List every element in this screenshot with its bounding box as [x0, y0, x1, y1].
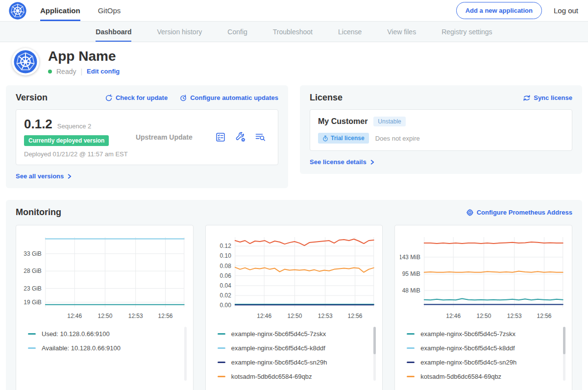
preflight-checks-icon[interactable] [215, 132, 226, 143]
svg-text:33 GiB: 33 GiB [24, 250, 42, 257]
configure-prometheus-button[interactable]: Configure Prometheus Address [466, 209, 572, 217]
chart-title: Disk Usage [21, 386, 188, 390]
memory-usage-legend: example-nginx-5bc6f5d4c5-7zskx example-n… [400, 326, 567, 385]
version-card-title: Version [16, 93, 48, 103]
svg-text:12:46: 12:46 [446, 313, 461, 319]
series-color-dash [407, 362, 415, 363]
disk-usage-legend: Used: 10.128.0.66:9100 Available: 10.128… [21, 326, 188, 385]
tab-application[interactable]: Application [40, 0, 80, 21]
page-title: App Name [48, 49, 120, 64]
customer-name: My Customer [318, 117, 368, 126]
svg-text:12:56: 12:56 [537, 313, 552, 319]
add-application-button[interactable]: Add a new application [456, 2, 542, 19]
svg-text:12:50: 12:50 [477, 313, 491, 319]
svg-text:23 GiB: 23 GiB [24, 285, 42, 292]
version-sequence: Sequence 2 [57, 122, 91, 130]
memory-usage-chart-card: 143 MiB95 MiB48 MiB12:4612:5012:5312:56 … [394, 225, 572, 390]
disk-usage-chart-card: 33 GiB28 GiB23 GiB19 GiB12:4612:5012:531… [16, 225, 194, 390]
license-card: License Sync license My Customer Unstabl… [300, 85, 582, 174]
clock-refresh-icon [179, 94, 187, 102]
sync-icon [523, 95, 531, 101]
tab-view-files[interactable]: View files [387, 22, 416, 42]
disk-usage-plot: 33 GiB28 GiB23 GiB19 GiB12:4612:5012:531… [21, 230, 188, 322]
kubernetes-logo-icon[interactable] [9, 2, 26, 20]
dashboard-content: Version Check for update [0, 84, 588, 390]
svg-text:12:46: 12:46 [67, 313, 82, 319]
tab-gitops[interactable]: GitOps [98, 0, 121, 21]
legend-item-disk-used[interactable]: Used: 10.128.0.66:9100 [28, 327, 179, 341]
series-color-dash [218, 362, 225, 363]
see-all-versions-link[interactable]: See all versions [16, 172, 72, 180]
tab-version-history[interactable]: Version history [157, 22, 202, 42]
series-color-dash [407, 376, 415, 377]
svg-text:0.10: 0.10 [220, 252, 231, 259]
gear-icon [466, 209, 474, 217]
tab-troubleshoot[interactable]: Troubleshoot [273, 22, 313, 42]
svg-text:0.12: 0.12 [220, 243, 231, 249]
version-card: Version Check for update [6, 85, 288, 188]
license-card-title: License [310, 93, 343, 103]
scrollbar-thumb[interactable] [373, 327, 376, 354]
chart-title: CPU Usage [211, 386, 378, 390]
divider: | [80, 68, 82, 75]
svg-text:0.04: 0.04 [220, 282, 231, 289]
series-color-dash [407, 347, 415, 349]
config-wrench-icon[interactable] [235, 132, 246, 143]
legend-item-pod[interactable]: example-nginx-5bc6f5d4c5-k8ddf [218, 341, 369, 355]
series-color-dash [218, 347, 225, 349]
legend-scrollbar[interactable] [373, 327, 376, 381]
legend-item-pod[interactable]: example-nginx-5bc6f5d4c5-sn29h [407, 355, 558, 369]
svg-text:12:53: 12:53 [128, 313, 143, 319]
sync-license-button[interactable]: Sync license [523, 94, 572, 101]
current-version-panel: 0.1.2 Sequence 2 Currently deployed vers… [16, 109, 278, 165]
svg-text:12:46: 12:46 [257, 313, 271, 319]
cpu-usage-chart-card: 0.120.100.080.060.040.020.0012:4612:5012… [205, 225, 383, 390]
tab-config[interactable]: Config [227, 22, 247, 42]
deployed-timestamp: Deployed 01/21/22 @ 11:57 am EST [24, 150, 128, 158]
edit-config-link[interactable]: Edit config [87, 68, 120, 75]
legend-item-pod[interactable]: example-nginx-5bc6f5d4c5-7zskx [218, 327, 369, 341]
legend-item-pod[interactable]: example-nginx-5bc6f5d4c5-7zskx [407, 327, 558, 341]
refresh-icon [105, 94, 113, 102]
app-status-text: Ready [56, 68, 76, 75]
ready-status-dot [48, 70, 52, 73]
version-source-label: Upstream Update [136, 133, 207, 141]
top-navbar: Application GitOps Add a new application… [0, 0, 588, 22]
svg-text:0.00: 0.00 [220, 302, 231, 309]
deployed-badge: Currently deployed version [24, 135, 109, 146]
legend-scrollbar[interactable] [184, 327, 187, 381]
logout-link[interactable]: Log out [554, 6, 578, 15]
legend-item-pod[interactable]: kotsadm-5db6dc6584-69qbz [407, 369, 558, 384]
tab-dashboard[interactable]: Dashboard [96, 22, 131, 42]
stopwatch-icon [322, 135, 328, 142]
svg-text:0.06: 0.06 [220, 272, 231, 279]
tab-license[interactable]: License [338, 22, 362, 42]
license-expiry-text: Does not expire [375, 135, 420, 142]
tab-registry-settings[interactable]: Registry settings [441, 22, 492, 42]
svg-text:12:50: 12:50 [98, 313, 112, 319]
license-details-panel: My Customer Unstable Trial license Does … [310, 109, 572, 151]
legend-item-pod[interactable]: kotsadm-5db6dc6584-69qbz [218, 369, 369, 384]
svg-text:143 MiB: 143 MiB [400, 254, 420, 261]
see-license-details-link[interactable]: See license details [310, 158, 375, 166]
svg-text:28 GiB: 28 GiB [24, 268, 42, 274]
svg-text:12:53: 12:53 [318, 313, 332, 319]
cpu-usage-plot: 0.120.100.080.060.040.020.0012:4612:5012… [211, 230, 378, 322]
primary-tabs: Application GitOps [40, 0, 121, 21]
app-subnav: Dashboard Version history Config Trouble… [0, 22, 588, 42]
series-color-dash [218, 376, 225, 377]
legend-item-disk-available[interactable]: Available: 10.128.0.66:9100 [28, 341, 179, 355]
legend-scrollbar[interactable] [563, 327, 565, 381]
chevron-right-icon [369, 159, 375, 165]
configure-automatic-updates-button[interactable]: Configure automatic updates [179, 94, 278, 102]
scrollbar-thumb[interactable] [563, 327, 565, 354]
legend-item-pod[interactable]: example-nginx-5bc6f5d4c5-sn29h [218, 355, 369, 369]
monitoring-panel: Monitoring Configure Prometheus Address … [6, 200, 582, 390]
legend-item-pod[interactable]: example-nginx-5bc6f5d4c5-k8ddf [407, 341, 558, 355]
deploy-logs-icon[interactable] [255, 132, 266, 142]
series-color-dash [218, 333, 225, 335]
check-for-update-button[interactable]: Check for update [105, 94, 168, 102]
svg-text:12:53: 12:53 [507, 313, 522, 319]
version-number: 0.1.2 [24, 117, 52, 132]
svg-text:95 MiB: 95 MiB [402, 270, 420, 277]
